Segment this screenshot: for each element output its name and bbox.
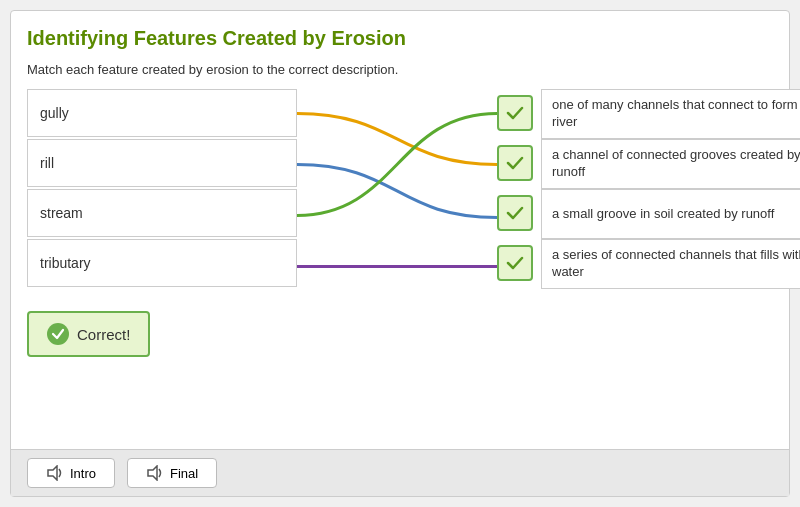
left-item-rill[interactable]: rill — [27, 139, 297, 187]
check-column — [497, 89, 533, 295]
check-box-3 — [497, 245, 533, 281]
check-item-0 — [497, 95, 533, 145]
check-item-2 — [497, 195, 533, 245]
check-box-0 — [497, 95, 533, 131]
check-item-3 — [497, 245, 533, 295]
check-item-1 — [497, 145, 533, 195]
speaker-icon-2 — [146, 465, 164, 481]
main-container: Identifying Features Created by Erosion … — [10, 10, 790, 497]
svg-marker-1 — [148, 466, 157, 480]
final-label: Final — [170, 466, 198, 481]
left-item-stream[interactable]: stream — [27, 189, 297, 237]
left-item-tributary[interactable]: tributary — [27, 239, 297, 287]
right-item-desc1[interactable]: one of many channels that connect to for… — [541, 89, 800, 139]
bottom-bar: Intro Final — [11, 449, 789, 496]
correct-text: Correct! — [77, 326, 130, 343]
check-box-1 — [497, 145, 533, 181]
right-item-desc3[interactable]: a small groove in soil created by runoff — [541, 189, 800, 239]
page-title: Identifying Features Created by Erosion — [27, 27, 773, 50]
matching-area: gully rill stream tributary — [27, 89, 773, 295]
connector-area — [297, 89, 497, 295]
instruction-text: Match each feature created by erosion to… — [27, 62, 773, 77]
intro-button[interactable]: Intro — [27, 458, 115, 488]
speaker-icon — [46, 465, 64, 481]
right-column: one of many channels that connect to for… — [541, 89, 800, 295]
correct-icon — [47, 323, 69, 345]
left-column: gully rill stream tributary — [27, 89, 297, 295]
left-item-gully[interactable]: gully — [27, 89, 297, 137]
final-button[interactable]: Final — [127, 458, 217, 488]
correct-banner: Correct! — [27, 311, 150, 357]
right-item-desc4[interactable]: a series of connected channels that fill… — [541, 239, 800, 289]
intro-label: Intro — [70, 466, 96, 481]
right-item-desc2[interactable]: a channel of connected grooves created b… — [541, 139, 800, 189]
svg-marker-0 — [48, 466, 57, 480]
check-box-2 — [497, 195, 533, 231]
